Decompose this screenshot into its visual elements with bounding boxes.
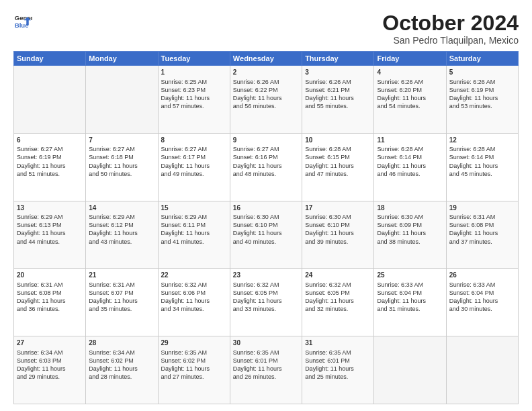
title-block: October 2024 San Pedro Tlaquilpan, Mexic…	[382, 12, 519, 46]
day-number: 24	[305, 271, 371, 280]
day-number: 9	[233, 136, 299, 145]
calendar-cell: 23Sunrise: 6:32 AMSunset: 6:05 PMDayligh…	[230, 269, 302, 336]
day-number: 21	[89, 271, 154, 280]
location: San Pedro Tlaquilpan, Mexico	[382, 35, 519, 46]
day-number: 28	[89, 338, 154, 348]
calendar-cell: 2Sunrise: 6:26 AMSunset: 6:22 PMDaylight…	[230, 66, 302, 134]
calendar-cell: 4Sunrise: 6:26 AMSunset: 6:20 PMDaylight…	[374, 66, 446, 134]
day-number: 23	[233, 271, 299, 280]
calendar-body: 1Sunrise: 6:25 AMSunset: 6:23 PMDaylight…	[14, 66, 519, 404]
day-number: 18	[377, 203, 443, 213]
calendar-cell: 24Sunrise: 6:32 AMSunset: 6:05 PMDayligh…	[302, 269, 374, 336]
day-number: 7	[89, 136, 154, 145]
day-number: 22	[161, 271, 227, 280]
day-number: 20	[17, 271, 83, 280]
calendar-week-2: 6Sunrise: 6:27 AMSunset: 6:19 PMDaylight…	[14, 133, 519, 201]
calendar-week-1: 1Sunrise: 6:25 AMSunset: 6:23 PMDaylight…	[14, 66, 519, 134]
calendar-cell	[86, 66, 158, 134]
logo-icon: General Blue	[13, 12, 32, 31]
calendar-cell: 29Sunrise: 6:35 AMSunset: 6:02 PMDayligh…	[158, 336, 230, 404]
day-number: 5	[449, 68, 515, 77]
day-number: 10	[305, 136, 371, 145]
day-number: 30	[233, 338, 299, 348]
header: General Blue October 2024 San Pedro Tlaq…	[13, 12, 519, 46]
day-number: 4	[377, 68, 443, 77]
day-number: 27	[17, 338, 83, 348]
calendar-header-row: SundayMondayTuesdayWednesdayThursdayFrid…	[14, 52, 519, 66]
calendar-cell: 18Sunrise: 6:30 AMSunset: 6:09 PMDayligh…	[374, 201, 446, 269]
calendar-cell: 3Sunrise: 6:26 AMSunset: 6:21 PMDaylight…	[302, 66, 374, 134]
day-number: 8	[161, 136, 227, 145]
svg-text:General: General	[15, 14, 32, 21]
day-number: 11	[377, 136, 443, 145]
calendar-cell: 11Sunrise: 6:28 AMSunset: 6:14 PMDayligh…	[374, 133, 446, 201]
day-number: 15	[161, 203, 227, 213]
calendar-cell: 28Sunrise: 6:34 AMSunset: 6:02 PMDayligh…	[86, 336, 158, 404]
calendar-cell: 20Sunrise: 6:31 AMSunset: 6:08 PMDayligh…	[14, 269, 86, 336]
calendar-week-3: 13Sunrise: 6:29 AMSunset: 6:13 PMDayligh…	[14, 201, 519, 269]
calendar-cell: 5Sunrise: 6:26 AMSunset: 6:19 PMDaylight…	[446, 66, 518, 134]
day-number: 3	[305, 68, 371, 77]
logo: General Blue	[13, 12, 32, 31]
month-title: October 2024	[382, 12, 519, 34]
day-number: 6	[17, 136, 83, 145]
calendar-week-5: 27Sunrise: 6:34 AMSunset: 6:03 PMDayligh…	[14, 336, 519, 404]
day-header-monday: Monday	[86, 52, 158, 66]
day-header-sunday: Sunday	[14, 52, 86, 66]
calendar-cell: 27Sunrise: 6:34 AMSunset: 6:03 PMDayligh…	[14, 336, 86, 404]
day-number: 1	[161, 68, 227, 77]
calendar-cell: 26Sunrise: 6:33 AMSunset: 6:04 PMDayligh…	[446, 269, 518, 336]
calendar-cell: 25Sunrise: 6:33 AMSunset: 6:04 PMDayligh…	[374, 269, 446, 336]
calendar-cell: 22Sunrise: 6:32 AMSunset: 6:06 PMDayligh…	[158, 269, 230, 336]
calendar-cell: 31Sunrise: 6:35 AMSunset: 6:01 PMDayligh…	[302, 336, 374, 404]
calendar-week-4: 20Sunrise: 6:31 AMSunset: 6:08 PMDayligh…	[14, 269, 519, 336]
calendar-cell: 6Sunrise: 6:27 AMSunset: 6:19 PMDaylight…	[14, 133, 86, 201]
day-header-wednesday: Wednesday	[230, 52, 302, 66]
calendar-cell: 17Sunrise: 6:30 AMSunset: 6:10 PMDayligh…	[302, 201, 374, 269]
page: General Blue October 2024 San Pedro Tlaq…	[0, 0, 532, 411]
calendar-cell: 8Sunrise: 6:27 AMSunset: 6:17 PMDaylight…	[158, 133, 230, 201]
day-number: 29	[161, 338, 227, 348]
calendar-cell	[446, 336, 518, 404]
calendar-cell	[14, 66, 86, 134]
calendar-cell: 10Sunrise: 6:28 AMSunset: 6:15 PMDayligh…	[302, 133, 374, 201]
calendar-cell: 15Sunrise: 6:29 AMSunset: 6:11 PMDayligh…	[158, 201, 230, 269]
day-number: 31	[305, 338, 371, 348]
calendar-cell: 7Sunrise: 6:27 AMSunset: 6:18 PMDaylight…	[86, 133, 158, 201]
day-number: 19	[449, 203, 515, 213]
calendar-cell: 19Sunrise: 6:31 AMSunset: 6:08 PMDayligh…	[446, 201, 518, 269]
calendar-cell	[374, 336, 446, 404]
day-number: 16	[233, 203, 299, 213]
day-number: 12	[449, 136, 515, 145]
calendar-table: SundayMondayTuesdayWednesdayThursdayFrid…	[13, 51, 519, 404]
day-header-saturday: Saturday	[446, 52, 518, 66]
calendar-cell: 16Sunrise: 6:30 AMSunset: 6:10 PMDayligh…	[230, 201, 302, 269]
calendar-cell: 30Sunrise: 6:35 AMSunset: 6:01 PMDayligh…	[230, 336, 302, 404]
calendar-cell: 21Sunrise: 6:31 AMSunset: 6:07 PMDayligh…	[86, 269, 158, 336]
day-header-friday: Friday	[374, 52, 446, 66]
day-header-tuesday: Tuesday	[158, 52, 230, 66]
calendar-cell: 12Sunrise: 6:28 AMSunset: 6:14 PMDayligh…	[446, 133, 518, 201]
calendar-cell: 13Sunrise: 6:29 AMSunset: 6:13 PMDayligh…	[14, 201, 86, 269]
calendar-cell: 14Sunrise: 6:29 AMSunset: 6:12 PMDayligh…	[86, 201, 158, 269]
calendar-cell: 1Sunrise: 6:25 AMSunset: 6:23 PMDaylight…	[158, 66, 230, 134]
day-number: 25	[377, 271, 443, 280]
calendar-cell: 9Sunrise: 6:27 AMSunset: 6:16 PMDaylight…	[230, 133, 302, 201]
day-number: 2	[233, 68, 299, 77]
day-header-thursday: Thursday	[302, 52, 374, 66]
day-number: 26	[449, 271, 515, 280]
day-number: 17	[305, 203, 371, 213]
day-number: 14	[89, 203, 154, 213]
day-number: 13	[17, 203, 83, 213]
